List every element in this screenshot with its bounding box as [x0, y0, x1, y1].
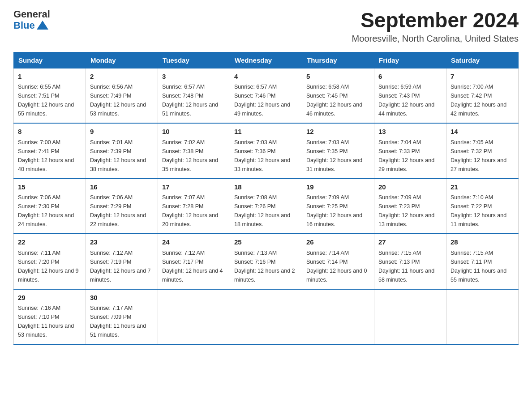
day-info: Sunrise: 6:59 AMSunset: 7:43 PMDaylight:…: [378, 82, 442, 118]
title-section: September 2024 Mooresville, North Caroli…: [352, 9, 519, 44]
day-info: Sunrise: 7:02 AMSunset: 7:38 PMDaylight:…: [162, 138, 226, 174]
day-info: Sunrise: 7:06 AMSunset: 7:30 PMDaylight:…: [18, 193, 82, 229]
day-number: 21: [450, 182, 514, 193]
day-number: 7: [450, 72, 514, 82]
weekday-header-monday: Monday: [86, 52, 158, 68]
day-number: 11: [234, 127, 298, 137]
day-number: 1: [18, 72, 82, 82]
day-number: 2: [90, 72, 154, 82]
day-number: 17: [162, 182, 226, 193]
calendar-day-cell: 22Sunrise: 7:11 AMSunset: 7:20 PMDayligh…: [14, 234, 86, 289]
calendar-day-cell: 25Sunrise: 7:13 AMSunset: 7:16 PMDayligh…: [230, 234, 302, 289]
calendar-day-cell: 4Sunrise: 6:57 AMSunset: 7:46 PMDaylight…: [230, 68, 302, 123]
calendar-day-cell: 14Sunrise: 7:05 AMSunset: 7:32 PMDayligh…: [446, 123, 519, 179]
day-number: 3: [162, 72, 226, 82]
calendar-day-cell: 1Sunrise: 6:55 AMSunset: 7:51 PMDaylight…: [14, 68, 86, 123]
day-info: Sunrise: 7:16 AMSunset: 7:10 PMDaylight:…: [18, 304, 82, 339]
logo-general: General: [13, 9, 50, 20]
day-number: 20: [378, 182, 442, 193]
day-number: 12: [306, 127, 370, 137]
day-number: 28: [450, 237, 514, 248]
calendar-week-row: 22Sunrise: 7:11 AMSunset: 7:20 PMDayligh…: [14, 234, 519, 289]
day-info: Sunrise: 7:12 AMSunset: 7:17 PMDaylight:…: [162, 248, 226, 284]
calendar-day-cell: 8Sunrise: 7:00 AMSunset: 7:41 PMDaylight…: [14, 123, 86, 179]
day-info: Sunrise: 7:04 AMSunset: 7:33 PMDaylight:…: [378, 138, 442, 174]
day-info: Sunrise: 7:09 AMSunset: 7:23 PMDaylight:…: [378, 193, 442, 229]
calendar-day-cell: 12Sunrise: 7:03 AMSunset: 7:35 PMDayligh…: [302, 123, 374, 179]
calendar-day-cell: 16Sunrise: 7:06 AMSunset: 7:29 PMDayligh…: [86, 179, 158, 234]
day-number: 6: [378, 72, 442, 82]
calendar-day-cell: 26Sunrise: 7:14 AMSunset: 7:14 PMDayligh…: [302, 234, 374, 289]
calendar-day-cell: 15Sunrise: 7:06 AMSunset: 7:30 PMDayligh…: [14, 179, 86, 234]
day-info: Sunrise: 6:57 AMSunset: 7:48 PMDaylight:…: [162, 82, 226, 118]
calendar-day-cell: 9Sunrise: 7:01 AMSunset: 7:39 PMDaylight…: [86, 123, 158, 179]
day-info: Sunrise: 7:07 AMSunset: 7:28 PMDaylight:…: [162, 193, 226, 229]
day-info: Sunrise: 7:15 AMSunset: 7:13 PMDaylight:…: [378, 248, 442, 284]
day-info: Sunrise: 7:03 AMSunset: 7:36 PMDaylight:…: [234, 138, 298, 174]
calendar-week-row: 1Sunrise: 6:55 AMSunset: 7:51 PMDaylight…: [14, 68, 519, 123]
calendar-day-cell: [302, 289, 374, 345]
calendar-day-cell: [230, 289, 302, 345]
day-info: Sunrise: 6:55 AMSunset: 7:51 PMDaylight:…: [18, 82, 82, 118]
calendar-day-cell: 17Sunrise: 7:07 AMSunset: 7:28 PMDayligh…: [158, 179, 230, 234]
calendar-day-cell: 2Sunrise: 6:56 AMSunset: 7:49 PMDaylight…: [86, 68, 158, 123]
day-number: 19: [306, 182, 370, 193]
day-info: Sunrise: 7:09 AMSunset: 7:25 PMDaylight:…: [306, 193, 370, 229]
day-number: 18: [234, 182, 298, 193]
day-info: Sunrise: 7:03 AMSunset: 7:35 PMDaylight:…: [306, 138, 370, 174]
calendar-day-cell: 21Sunrise: 7:10 AMSunset: 7:22 PMDayligh…: [446, 179, 519, 234]
weekday-header-friday: Friday: [374, 52, 446, 68]
month-title: September 2024: [352, 9, 519, 32]
calendar-day-cell: 18Sunrise: 7:08 AMSunset: 7:26 PMDayligh…: [230, 179, 302, 234]
calendar-week-row: 8Sunrise: 7:00 AMSunset: 7:41 PMDaylight…: [14, 123, 519, 179]
day-info: Sunrise: 6:58 AMSunset: 7:45 PMDaylight:…: [306, 82, 370, 118]
day-number: 16: [90, 182, 154, 193]
day-number: 27: [378, 237, 442, 248]
day-info: Sunrise: 7:15 AMSunset: 7:11 PMDaylight:…: [450, 248, 514, 284]
weekday-header-row: SundayMondayTuesdayWednesdayThursdayFrid…: [14, 52, 519, 68]
day-info: Sunrise: 6:57 AMSunset: 7:46 PMDaylight:…: [234, 82, 298, 118]
calendar-day-cell: 13Sunrise: 7:04 AMSunset: 7:33 PMDayligh…: [374, 123, 446, 179]
day-number: 25: [234, 237, 298, 248]
page-header: General Blue September 2024 Mooresville,…: [13, 9, 519, 44]
calendar-day-cell: 3Sunrise: 6:57 AMSunset: 7:48 PMDaylight…: [158, 68, 230, 123]
weekday-header-saturday: Saturday: [446, 52, 519, 68]
day-info: Sunrise: 7:12 AMSunset: 7:19 PMDaylight:…: [90, 248, 154, 284]
day-number: 30: [90, 293, 154, 303]
calendar-week-row: 15Sunrise: 7:06 AMSunset: 7:30 PMDayligh…: [14, 179, 519, 234]
day-info: Sunrise: 7:08 AMSunset: 7:26 PMDaylight:…: [234, 193, 298, 229]
calendar-day-cell: 11Sunrise: 7:03 AMSunset: 7:36 PMDayligh…: [230, 123, 302, 179]
weekday-header-thursday: Thursday: [302, 52, 374, 68]
calendar-day-cell: [446, 289, 519, 345]
day-info: Sunrise: 7:17 AMSunset: 7:09 PMDaylight:…: [90, 304, 154, 339]
day-number: 23: [90, 237, 154, 248]
calendar-day-cell: 5Sunrise: 6:58 AMSunset: 7:45 PMDaylight…: [302, 68, 374, 123]
weekday-header-tuesday: Tuesday: [158, 52, 230, 68]
day-number: 13: [378, 127, 442, 137]
day-number: 14: [450, 127, 514, 137]
day-info: Sunrise: 7:01 AMSunset: 7:39 PMDaylight:…: [90, 138, 154, 174]
day-info: Sunrise: 6:56 AMSunset: 7:49 PMDaylight:…: [90, 82, 154, 118]
day-info: Sunrise: 7:11 AMSunset: 7:20 PMDaylight:…: [18, 248, 82, 284]
day-number: 26: [306, 237, 370, 248]
day-number: 24: [162, 237, 226, 248]
calendar-day-cell: 20Sunrise: 7:09 AMSunset: 7:23 PMDayligh…: [374, 179, 446, 234]
day-number: 9: [90, 127, 154, 137]
calendar-day-cell: [158, 289, 230, 345]
calendar-day-cell: 19Sunrise: 7:09 AMSunset: 7:25 PMDayligh…: [302, 179, 374, 234]
day-number: 5: [306, 72, 370, 82]
day-info: Sunrise: 7:00 AMSunset: 7:41 PMDaylight:…: [18, 138, 82, 174]
day-info: Sunrise: 7:05 AMSunset: 7:32 PMDaylight:…: [450, 138, 514, 174]
location: Mooresville, North Carolina, United Stat…: [352, 34, 519, 44]
day-number: 22: [18, 237, 82, 248]
day-number: 8: [18, 127, 82, 137]
calendar-day-cell: [374, 289, 446, 345]
calendar-day-cell: 28Sunrise: 7:15 AMSunset: 7:11 PMDayligh…: [446, 234, 519, 289]
svg-marker-0: [37, 21, 48, 30]
day-number: 4: [234, 72, 298, 82]
logo-blue: Blue: [13, 20, 35, 31]
weekday-header-wednesday: Wednesday: [230, 52, 302, 68]
calendar-day-cell: 27Sunrise: 7:15 AMSunset: 7:13 PMDayligh…: [374, 234, 446, 289]
calendar-day-cell: 10Sunrise: 7:02 AMSunset: 7:38 PMDayligh…: [158, 123, 230, 179]
logo-icon: [36, 20, 49, 30]
